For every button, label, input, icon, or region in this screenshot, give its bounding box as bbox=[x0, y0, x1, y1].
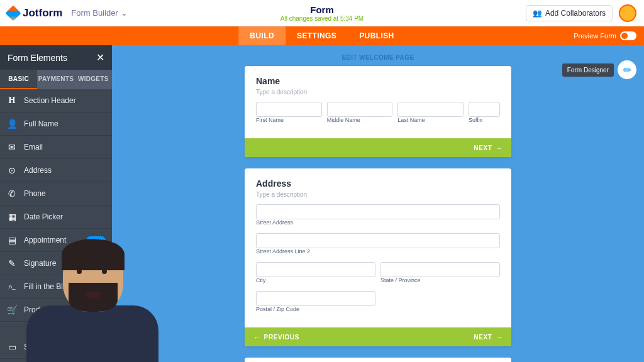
collaborators-icon: 👥 bbox=[533, 9, 542, 18]
arrow-right-icon: → bbox=[496, 334, 502, 341]
question-label[interactable]: Address bbox=[256, 178, 500, 189]
sidebar-title: Form Elements bbox=[8, 53, 67, 63]
question-description[interactable]: Type a description bbox=[256, 89, 500, 96]
phone-icon: ✆ bbox=[6, 188, 18, 199]
element-full-name[interactable]: 👤Full Name bbox=[0, 112, 112, 136]
first-name-input[interactable] bbox=[256, 102, 322, 117]
card-name[interactable]: Name Type a description First Name Middl… bbox=[245, 66, 511, 157]
preview-form-toggle[interactable]: Preview Form bbox=[574, 31, 636, 40]
middle-name-input[interactable] bbox=[327, 102, 393, 117]
user-icon: 👤 bbox=[6, 118, 18, 129]
paint-roller-icon: ✏ bbox=[623, 64, 631, 76]
previous-button[interactable]: ←PREVIOUS bbox=[253, 334, 299, 341]
question-description[interactable]: Type a description bbox=[256, 191, 500, 198]
form-title[interactable]: Form bbox=[280, 4, 364, 15]
date-icon: ▦ bbox=[6, 211, 18, 222]
element-section-header[interactable]: HSection Header bbox=[0, 89, 112, 112]
add-collaborators-button[interactable]: 👥 Add Collaborators bbox=[526, 5, 613, 21]
main-tab-bar: BUILD SETTINGS PUBLISH Preview Form bbox=[0, 26, 644, 45]
form-designer-button[interactable]: ✏ bbox=[618, 60, 636, 79]
tab-publish[interactable]: PUBLISH bbox=[348, 26, 405, 45]
city-input[interactable] bbox=[256, 262, 375, 277]
element-address[interactable]: ⊙Address bbox=[0, 159, 112, 182]
last-name-input[interactable] bbox=[397, 102, 464, 117]
card-footer: NEXT→ bbox=[245, 138, 511, 157]
question-label[interactable]: Name bbox=[256, 76, 500, 86]
sidebar-tab-widgets[interactable]: WIDGETS bbox=[75, 70, 112, 89]
blank-icon: A_ bbox=[6, 281, 18, 292]
element-date-picker[interactable]: ▦Date Picker bbox=[0, 206, 112, 229]
street-input[interactable] bbox=[256, 204, 500, 219]
tab-build[interactable]: BUILD bbox=[238, 26, 286, 45]
mail-icon: ✉ bbox=[6, 141, 18, 153]
tab-settings[interactable]: SETTINGS bbox=[286, 26, 348, 45]
save-status: All changes saved at 5:34 PM bbox=[280, 15, 364, 22]
form-designer-tooltip: Form Designer bbox=[562, 63, 614, 77]
user-avatar[interactable] bbox=[619, 4, 636, 22]
logo-mark-icon bbox=[5, 5, 21, 21]
card-phone[interactable]: Phone Number Type a description bbox=[245, 358, 511, 362]
presenter-overlay bbox=[19, 236, 164, 362]
street2-input[interactable] bbox=[256, 233, 500, 248]
state-input[interactable] bbox=[380, 262, 500, 277]
toggle-icon bbox=[620, 31, 636, 40]
postal-input[interactable] bbox=[256, 291, 375, 306]
card-footer: ←PREVIOUS NEXT→ bbox=[245, 327, 511, 346]
arrow-left-icon: ← bbox=[253, 334, 260, 341]
pin-icon: ⊙ bbox=[6, 165, 18, 176]
suffix-input[interactable] bbox=[469, 102, 500, 117]
brand-logo[interactable]: Jotform bbox=[8, 7, 62, 19]
form-canvas: EDIT WELCOME PAGE Name Type a descriptio… bbox=[112, 45, 644, 362]
short-text-icon: ▭ bbox=[6, 341, 18, 353]
element-email[interactable]: ✉Email bbox=[0, 136, 112, 159]
next-button[interactable]: NEXT→ bbox=[474, 145, 502, 151]
form-builder-dropdown[interactable]: Form Builder ⌄ bbox=[71, 8, 127, 18]
arrow-right-icon: → bbox=[496, 145, 502, 151]
brand-name: Jotform bbox=[23, 7, 62, 19]
sidebar-tab-basic[interactable]: BASIC bbox=[0, 70, 37, 89]
top-bar: Jotform Form Builder ⌄ Form All changes … bbox=[0, 0, 644, 26]
signature-icon: ✎ bbox=[6, 258, 18, 269]
next-button[interactable]: NEXT→ bbox=[474, 334, 502, 341]
heading-icon: H bbox=[6, 95, 18, 106]
close-icon[interactable]: ✕ bbox=[96, 52, 104, 63]
cart-icon: 🛒 bbox=[6, 304, 18, 315]
element-phone[interactable]: ✆Phone bbox=[0, 182, 112, 206]
chevron-down-icon: ⌄ bbox=[121, 8, 128, 18]
calendar-icon: ▤ bbox=[6, 234, 18, 246]
card-address[interactable]: Address Type a description Street Addres… bbox=[245, 168, 511, 346]
sidebar-tab-payments[interactable]: PAYMENTS bbox=[37, 70, 74, 89]
